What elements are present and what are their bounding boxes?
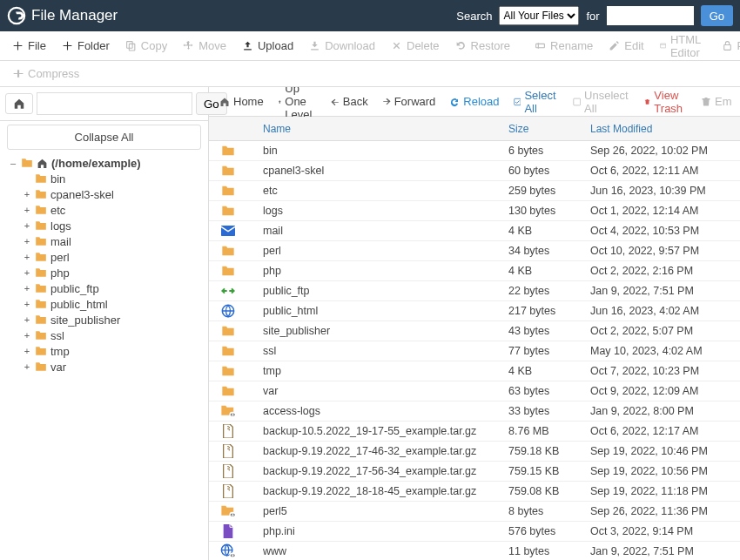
table-row[interactable]: ssl 77 bytes May 10, 2023, 4:02 AM [209,341,740,361]
file-size: 4 KB [508,265,590,277]
table-row[interactable]: backup-9.19.2022_17-56-34_example.tar.gz… [209,462,740,482]
tree-item-var[interactable]: +var [3,359,205,374]
download-icon [309,40,320,51]
table-row[interactable]: site_publisher 43 bytes Oct 2, 2022, 5:0… [209,321,740,341]
file-size: 217 bytes [508,305,590,317]
search-input[interactable] [607,6,694,25]
table-row[interactable]: backup-10.5.2022_19-17-55_example.tar.gz… [209,422,740,442]
toolbar-label: Permissions [737,39,740,52]
table-row[interactable]: public_ftp 22 bytes Jan 9, 2022, 7:51 PM [209,281,740,301]
toolbar-upload-button[interactable]: Upload [235,36,300,56]
header-search: Search All Your Files for Go [456,5,733,26]
tree-item-ssl[interactable]: +ssl [3,327,205,343]
file-size: 63 bytes [508,385,590,397]
tree-item-bin[interactable]: bin [3,171,205,186]
pane-empty-button[interactable]: Em [694,91,739,111]
table-row[interactable]: php.ini 576 bytes Oct 3, 2022, 9:14 PM [209,522,740,542]
expand-icon[interactable]: + [23,299,31,309]
tree-item-tmp[interactable]: +tmp [3,343,205,359]
pane-select-all-button[interactable]: Select All [507,87,566,118]
expand-icon[interactable]: + [23,205,31,215]
toolbar-file-button[interactable]: File [5,36,53,56]
table-row[interactable]: php 4 KB Oct 2, 2022, 2:16 PM [209,261,740,281]
table-row[interactable]: cpanel3-skel 60 bytes Oct 6, 2022, 12:11… [209,161,740,181]
toolbar-html-editor-button: HTML Editor [653,30,713,63]
tree-item-etc[interactable]: +etc [3,202,205,218]
file-size: 8 bytes [508,505,590,517]
file-size: 130 bytes [508,205,590,217]
tree-item-label: ssl [50,329,64,342]
table-row[interactable]: perl 34 bytes Oct 10, 2022, 9:57 PM [209,241,740,261]
table-row[interactable]: tmp 4 KB Oct 7, 2022, 10:23 PM [209,361,740,381]
compress-icon [12,68,24,79]
expand-icon[interactable]: + [23,283,31,293]
file-name: cpanel3-skel [247,165,508,177]
arrow-left-icon [331,98,340,106]
expand-icon[interactable]: + [23,314,31,325]
table-row[interactable]: access-logs 33 bytes Jan 9, 2022, 8:00 P… [209,401,740,422]
sidebar-home-button[interactable] [5,93,33,114]
table-row[interactable]: public_html 217 bytes Jun 16, 2023, 4:02… [209,301,740,321]
table-row[interactable]: www 11 bytes Jan 9, 2022, 7:51 PM [209,542,740,560]
expand-icon[interactable]: + [23,220,31,231]
expand-icon[interactable]: + [23,330,31,341]
for-label: for [586,10,599,23]
column-name[interactable]: Name [247,123,508,135]
path-input[interactable] [37,92,192,115]
pane-forward-button[interactable]: Forward [375,91,443,111]
sidebar: Go Collapse All –(/home/example)bin+cpan… [0,87,209,560]
table-row[interactable]: backup-9.19.2022_18-18-45_example.tar.gz… [209,482,740,502]
expand-icon[interactable]: + [23,346,31,356]
file-size: 4 KB [508,225,590,237]
collapse-all-button[interactable]: Collapse All [7,125,201,150]
search-scope-select[interactable]: All Your Files [499,6,579,25]
column-size[interactable]: Size [508,123,590,135]
file-name: perl5 [247,505,508,517]
table-row[interactable]: perl5 8 bytes Sep 26, 2022, 11:36 PM [209,502,740,522]
tree-item-perl[interactable]: +perl [3,249,205,265]
svg-rect-4 [660,44,665,48]
expand-icon[interactable]: + [23,236,31,246]
expand-icon[interactable]: + [23,189,31,199]
tree-item-label: public_ftp [50,282,99,295]
folder-icon [35,173,47,184]
toolbar-label: Rename [550,39,593,52]
toolbar-move-button: Move [176,36,233,56]
tree-item-site_publisher[interactable]: +site_publisher [3,312,205,327]
table-row[interactable]: mail 4 KB Oct 4, 2022, 10:53 PM [209,221,740,241]
pane-view-trash-button[interactable]: View Trash [637,87,694,118]
tree-root[interactable]: –(/home/example) [3,155,205,171]
expand-icon[interactable]: + [23,252,31,262]
toolbar-folder-button[interactable]: Folder [55,36,117,56]
expand-icon[interactable]: + [23,361,31,372]
file-size: 60 bytes [508,165,590,177]
table-row[interactable]: etc 259 bytes Jun 16, 2023, 10:39 PM [209,181,740,201]
pane-reload-button[interactable]: Reload [442,91,506,111]
column-modified[interactable]: Last Modified [590,123,740,135]
search-go-button[interactable]: Go [701,5,733,26]
file-size: 8.76 MB [508,425,590,437]
table-row[interactable]: bin 6 bytes Sep 26, 2022, 10:02 PM [209,141,740,161]
delete-icon [391,40,402,51]
pane-home-button[interactable]: Home [212,91,271,111]
tree-item-public_html[interactable]: +public_html [3,296,205,312]
table-row[interactable]: logs 130 bytes Oct 1, 2022, 12:14 AM [209,201,740,221]
file-modified: Sep 19, 2022, 10:56 PM [590,465,740,477]
pane-unselect-all-button[interactable]: Unselect All [566,87,638,118]
toolbar-label: Copy [141,39,167,52]
tree-item-cpanel3-skel[interactable]: +cpanel3-skel [3,186,205,202]
file-name: php.ini [247,525,508,537]
home-icon [37,158,48,169]
archive-icon [209,484,247,498]
table-row[interactable]: backup-9.19.2022_17-46-32_example.tar.gz… [209,442,740,462]
expand-icon[interactable]: + [23,267,31,278]
file-size: 34 bytes [508,245,590,257]
file-size: 759.18 KB [508,445,590,457]
table-row[interactable]: var 63 bytes Oct 9, 2022, 12:09 AM [209,381,740,401]
tree-item-public_ftp[interactable]: +public_ftp [3,280,205,296]
toolbar-label: HTML Editor [670,33,706,59]
tree-item-php[interactable]: +php [3,265,205,280]
pane-back-button[interactable]: Back [324,91,375,111]
tree-item-mail[interactable]: +mail [3,233,205,249]
tree-item-logs[interactable]: +logs [3,218,205,233]
